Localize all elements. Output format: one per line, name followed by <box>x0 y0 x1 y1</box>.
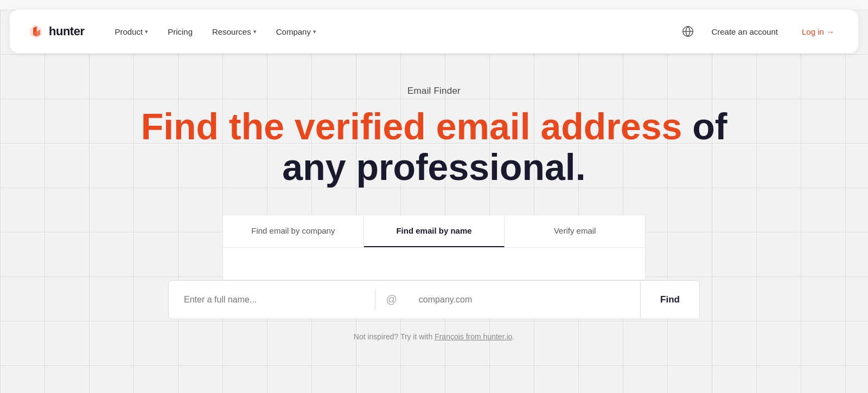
tab-find-by-name[interactable]: Find email by name <box>364 215 505 247</box>
globe-icon[interactable] <box>682 25 694 37</box>
at-symbol: @ <box>375 293 408 306</box>
nav-resources[interactable]: Resources ▾ <box>203 23 265 41</box>
logo[interactable]: hunter <box>27 23 84 40</box>
nav-links: Product ▾ Pricing Resources ▾ Company ▾ <box>106 23 682 41</box>
navbar: hunter Product ▾ Pricing Resources ▾ Com… <box>10 10 858 53</box>
chevron-down-icon: ▾ <box>145 28 148 35</box>
nav-pricing[interactable]: Pricing <box>159 23 201 41</box>
domain-input[interactable] <box>408 281 640 319</box>
tab-find-by-company[interactable]: Find email by company <box>223 215 364 247</box>
page-subtitle: Email Finder <box>407 86 461 96</box>
page: hunter Product ▾ Pricing Resources ▾ Com… <box>0 10 868 393</box>
hero-orange-text: Find the verified email address <box>141 106 682 147</box>
logo-icon <box>27 23 44 40</box>
tab-verify-email[interactable]: Verify email <box>505 215 645 247</box>
name-input[interactable] <box>169 281 375 319</box>
footer-hint: Not inspired? Try it with François from … <box>354 332 514 341</box>
nav-product[interactable]: Product ▾ <box>106 23 157 41</box>
nav-company[interactable]: Company ▾ <box>267 23 325 41</box>
search-bar: @ Find <box>168 280 700 319</box>
logo-text: hunter <box>49 24 84 38</box>
hero-heading: Find the verified email address ofany pr… <box>141 106 727 188</box>
search-bar-wrapper: @ Find <box>168 280 700 319</box>
tab-content-area <box>222 248 646 280</box>
chevron-down-icon: ▾ <box>313 28 316 35</box>
login-button[interactable]: Log in → <box>795 23 841 41</box>
nav-right: Create an account Log in → <box>682 23 841 41</box>
main-content: Email Finder Find the verified email add… <box>0 53 868 341</box>
create-account-button[interactable]: Create an account <box>705 23 784 41</box>
footer-hint-link[interactable]: François from hunter.io <box>435 332 512 341</box>
tabs-container: Find email by company Find email by name… <box>222 215 646 248</box>
tabs-row: Find email by company Find email by name… <box>223 215 645 248</box>
chevron-down-icon: ▾ <box>253 28 257 35</box>
find-button[interactable]: Find <box>640 281 699 319</box>
